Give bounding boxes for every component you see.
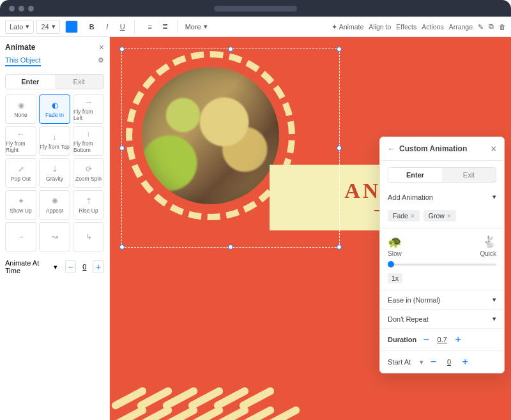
back-icon[interactable]: ← [388,144,395,153]
panel-title: Custom Animation [399,144,467,153]
anim-extra-3[interactable]: ↳ [73,222,104,251]
handle-bl[interactable] [119,244,125,250]
timing-row: Animate At Time ▾ − 0 + [5,259,104,274]
actions-link[interactable]: Actions [422,23,443,31]
arrow-right-icon: → [84,98,94,107]
decrement-button[interactable]: − [422,334,431,345]
repeat-select[interactable]: Don't Repeat ▾ [388,315,496,323]
easing-select[interactable]: Ease in (Normal) ▾ [388,296,496,304]
decrement-button[interactable]: − [429,356,438,368]
copy-icon[interactable]: ⧉ [489,22,494,31]
minimize-dot[interactable] [19,6,24,11]
expand-icon: ⤢ [16,165,26,174]
handle-bm[interactable] [228,244,233,250]
handle-tm[interactable] [228,47,233,52]
anim-label: Pop Out [11,176,31,182]
chip-label: Fade [393,212,408,220]
slider-thumb[interactable] [388,261,394,267]
animate-link[interactable]: ✦ Animate [332,23,363,31]
duration-value[interactable]: 0.7 [436,336,448,343]
anim-label: Fly from Top [40,144,70,150]
italic-button[interactable]: I [100,20,114,34]
chevron-down-icon: ▾ [492,296,496,304]
timing-value[interactable]: 0 [80,263,89,271]
text-color-swatch[interactable] [65,20,78,33]
anim-gravity[interactable]: ⇣Gravity [39,158,70,188]
decrement-button[interactable]: − [65,260,77,273]
anim-fly-top[interactable]: ↓Fly from Top [39,126,70,156]
anim-show-up[interactable]: ✦Show Up [5,190,36,220]
arrow-up-icon: ↑ [84,130,94,139]
arrange-link[interactable]: Arrange [449,23,473,31]
more-menu[interactable]: More▾ [181,20,211,34]
close-dot[interactable] [9,6,15,11]
anim-fade-in[interactable]: ◐Fade In [39,94,70,124]
effects-link[interactable]: Effects [396,23,416,31]
handle-br[interactable] [337,244,342,250]
font-size-select[interactable]: 24▾ [36,20,59,34]
anim-label: Appear [46,207,63,214]
animation-grid: ◉None ◐Fade In →Fly from Left ←Fly from … [5,94,104,251]
curve-icon: ↝ [50,232,60,241]
anim-label: Fade In [45,112,64,118]
anim-none[interactable]: ◉None [5,94,36,124]
cube-icon: ◉ [16,101,26,110]
anim-rise-up[interactable]: ⇡Rise Up [73,190,104,220]
chip-grow[interactable]: Grow× [423,210,456,221]
increment-button[interactable]: + [454,334,462,345]
anim-zoom-spin[interactable]: ⟳Zoom Spin [73,158,104,188]
anim-fly-bottom[interactable]: ↑Fly from Bottom [73,126,104,156]
list-button[interactable]: ≣ [158,20,172,34]
anim-label: Fly from Bottom [73,140,103,153]
anim-fly-right[interactable]: ←Fly from Right [5,126,36,156]
speed-multiplier: 1x [388,273,402,283]
chevron-down-icon: ▾ [492,315,496,323]
gear-icon[interactable]: ⚙ [98,56,104,64]
add-animation-select[interactable]: Add Animation ▾ [388,193,496,201]
align-button[interactable]: ≡ [143,20,157,34]
animation-chips: Fade× Grow× [380,206,504,228]
bold-button[interactable]: B [85,20,99,34]
slow-label: Slow [388,250,402,257]
tab-exit[interactable]: Exit [55,75,104,89]
tab-enter[interactable]: Enter [6,75,55,89]
close-icon[interactable]: × [99,42,104,52]
selection-rect[interactable] [121,49,340,248]
more-label: More [185,23,201,31]
panel-tab-enter[interactable]: Enter [388,168,442,182]
chip-fade[interactable]: Fade× [388,210,420,221]
trash-icon[interactable]: 🗑 [499,23,506,31]
panel-tab-exit[interactable]: Exit [442,168,496,182]
scope-link[interactable]: This Object [5,56,41,66]
chevron-down-icon[interactable]: ▾ [54,263,57,271]
arrow-left-icon: ← [16,130,26,139]
address-bar[interactable] [214,6,297,11]
anim-label: Show Up [10,207,32,214]
close-icon[interactable]: × [491,144,496,154]
anim-appear[interactable]: ✺Appear [39,190,70,220]
handle-mr[interactable] [337,146,342,151]
chevron-down-icon[interactable]: ▾ [420,358,423,366]
anim-label: Fly from Right [6,140,36,153]
font-family-select[interactable]: Lato▾ [5,20,34,34]
increment-button[interactable]: + [93,260,104,273]
alignto-link[interactable]: Align to [369,23,391,31]
chevron-down-icon: ▾ [52,22,56,31]
anim-extra-1[interactable]: → [5,222,36,251]
startat-value[interactable]: 0 [443,358,455,366]
handle-tl[interactable] [119,47,125,52]
underline-button[interactable]: U [116,20,130,34]
sidebar-title: Animate [5,43,35,52]
handle-ml[interactable] [119,146,125,151]
anim-extra-2[interactable]: ↝ [39,222,70,251]
speed-slider[interactable] [388,264,496,266]
magic-icon[interactable]: ✎ [478,23,484,31]
anim-pop-out[interactable]: ⤢Pop Out [5,158,36,188]
anim-fly-left[interactable]: →Fly from Left [73,94,104,124]
zoom-dot[interactable] [28,6,34,11]
remove-icon[interactable]: × [447,213,451,220]
increment-button[interactable]: + [461,356,469,368]
handle-tr[interactable] [337,47,342,52]
anim-label: None [14,112,27,118]
remove-icon[interactable]: × [411,213,415,220]
